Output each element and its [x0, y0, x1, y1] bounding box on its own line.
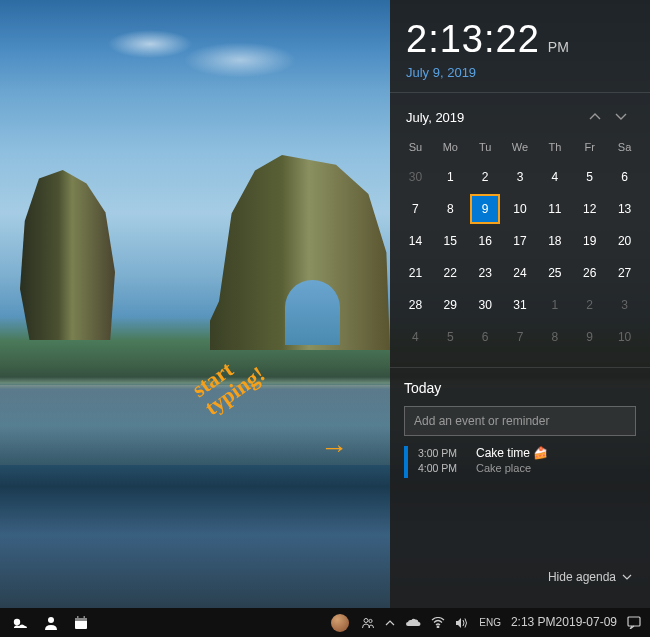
- tray-language-indicator[interactable]: ENG: [474, 608, 506, 637]
- calendar-day[interactable]: 11: [537, 193, 572, 225]
- calendar-day[interactable]: 4: [398, 321, 433, 353]
- calendar-day[interactable]: 6: [468, 321, 503, 353]
- calendar-next-button[interactable]: [608, 107, 634, 127]
- calendar-day[interactable]: 14: [398, 225, 433, 257]
- event-accent-bar: [404, 446, 408, 478]
- event-times: 3:00 PM4:00 PM: [418, 446, 466, 475]
- svg-rect-5: [84, 616, 86, 619]
- svg-point-7: [369, 619, 372, 622]
- calendar-dow: Th: [537, 137, 572, 161]
- agenda-today-label: Today: [404, 380, 636, 396]
- calendar-day[interactable]: 22: [433, 257, 468, 289]
- wallpaper-rock-left: [20, 170, 115, 340]
- calendar-day[interactable]: 2: [572, 289, 607, 321]
- svg-point-0: [14, 618, 20, 624]
- agenda-event[interactable]: 3:00 PM4:00 PMCake time 🍰Cake place: [404, 446, 636, 478]
- calendar-day[interactable]: 10: [503, 193, 538, 225]
- calendar-day[interactable]: 8: [537, 321, 572, 353]
- calendar-day[interactable]: 31: [503, 289, 538, 321]
- calendar-day[interactable]: 30: [398, 161, 433, 193]
- calendar-day[interactable]: 9: [572, 321, 607, 353]
- event-title: Cake time 🍰: [476, 446, 548, 460]
- hide-agenda-button[interactable]: Hide agenda: [544, 562, 636, 596]
- taskbar-app-weather[interactable]: [4, 608, 36, 637]
- calendar-day[interactable]: 25: [537, 257, 572, 289]
- calendar-day[interactable]: 7: [398, 193, 433, 225]
- date-settings-link[interactable]: July 9, 2019: [406, 65, 634, 80]
- svg-point-6: [364, 618, 368, 622]
- calendar-day[interactable]: 13: [607, 193, 642, 225]
- taskbar-app-calendar[interactable]: [66, 608, 96, 637]
- avatar-icon: [331, 614, 349, 632]
- wallpaper-clouds: [30, 20, 330, 100]
- svg-point-8: [437, 626, 439, 628]
- calendar-day[interactable]: 24: [503, 257, 538, 289]
- calendar-day[interactable]: 1: [537, 289, 572, 321]
- calendar-day[interactable]: 5: [433, 321, 468, 353]
- calendar-prev-button[interactable]: [582, 107, 608, 127]
- svg-rect-9: [628, 617, 640, 626]
- clock-calendar-flyout: 2:13:22 PM July 9, 2019 July, 2019 SuMoT…: [390, 0, 650, 608]
- tray-action-center-icon[interactable]: [622, 608, 646, 637]
- calendar-dow: Fr: [572, 137, 607, 161]
- calendar-day[interactable]: 12: [572, 193, 607, 225]
- calendar-day[interactable]: 3: [503, 161, 538, 193]
- calendar-day[interactable]: 21: [398, 257, 433, 289]
- taskbar-app-people[interactable]: [36, 608, 66, 637]
- add-event-input[interactable]: [404, 406, 636, 436]
- calendar-day[interactable]: 15: [433, 225, 468, 257]
- clock-section: 2:13:22 PM July 9, 2019: [390, 0, 650, 92]
- calendar-day[interactable]: 3: [607, 289, 642, 321]
- calendar-day[interactable]: 8: [433, 193, 468, 225]
- calendar-section: July, 2019 SuMoTuWeThFrSa301234567891011…: [390, 93, 650, 367]
- tray-overflow-button[interactable]: [380, 608, 400, 637]
- agenda-section: Today 3:00 PM4:00 PMCake time 🍰Cake plac…: [390, 368, 650, 608]
- event-body: Cake time 🍰Cake place: [476, 446, 548, 474]
- taskbar-user-avatar[interactable]: [324, 608, 356, 637]
- calendar-day[interactable]: 16: [468, 225, 503, 257]
- calendar-day[interactable]: 5: [572, 161, 607, 193]
- calendar-day[interactable]: 18: [537, 225, 572, 257]
- calendar-day[interactable]: 7: [503, 321, 538, 353]
- calendar-day[interactable]: 27: [607, 257, 642, 289]
- calendar-day[interactable]: 29: [433, 289, 468, 321]
- calendar-day[interactable]: 28: [398, 289, 433, 321]
- calendar-month-label[interactable]: July, 2019: [406, 110, 582, 125]
- chevron-down-icon: [622, 574, 632, 580]
- taskbar: ENG 2:13 PM 2019-07-09: [0, 608, 650, 637]
- calendar-dow: Su: [398, 137, 433, 161]
- calendar-grid: SuMoTuWeThFrSa30123456789101112131415161…: [398, 137, 642, 353]
- calendar-day[interactable]: 19: [572, 225, 607, 257]
- calendar-day[interactable]: 26: [572, 257, 607, 289]
- tray-clock-time: 2:13 PM: [511, 616, 556, 629]
- calendar-day[interactable]: 10: [607, 321, 642, 353]
- system-tray: ENG 2:13 PM 2019-07-09: [356, 608, 646, 637]
- tray-clock-date: 2019-07-09: [556, 616, 617, 629]
- calendar-dow: Tu: [468, 137, 503, 161]
- calendar-day[interactable]: 4: [537, 161, 572, 193]
- tray-clock[interactable]: 2:13 PM 2019-07-09: [506, 608, 622, 637]
- hide-agenda-label: Hide agenda: [548, 570, 616, 584]
- calendar-day[interactable]: 6: [607, 161, 642, 193]
- calendar-day-today[interactable]: 9: [468, 193, 503, 225]
- calendar-day[interactable]: 2: [468, 161, 503, 193]
- tray-onedrive-icon[interactable]: [400, 608, 426, 637]
- tray-wifi-icon[interactable]: [426, 608, 450, 637]
- time-ampm: PM: [548, 39, 569, 55]
- calendar-day[interactable]: 20: [607, 225, 642, 257]
- handwritten-arrow-icon: →: [320, 432, 348, 464]
- svg-rect-3: [75, 618, 87, 621]
- agenda-events-list: 3:00 PM4:00 PMCake time 🍰Cake place: [404, 446, 636, 478]
- tray-volume-icon[interactable]: [450, 608, 474, 637]
- calendar-day[interactable]: 17: [503, 225, 538, 257]
- calendar-dow: Mo: [433, 137, 468, 161]
- calendar-day[interactable]: 30: [468, 289, 503, 321]
- svg-rect-4: [77, 616, 79, 619]
- calendar-dow: Sa: [607, 137, 642, 161]
- calendar-day[interactable]: 1: [433, 161, 468, 193]
- tray-people-icon[interactable]: [356, 608, 380, 637]
- wallpaper-arch: [285, 280, 340, 345]
- current-time: 2:13:22: [406, 18, 540, 61]
- calendar-dow: We: [503, 137, 538, 161]
- calendar-day[interactable]: 23: [468, 257, 503, 289]
